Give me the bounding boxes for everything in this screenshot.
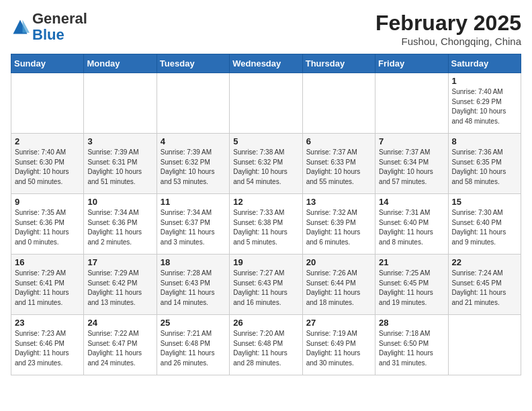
logo-icon [11,17,30,36]
calendar-cell [448,315,521,375]
month-year-title: February 2025 [375,11,521,36]
week-row-5: 23Sunrise: 7:23 AM Sunset: 6:46 PM Dayli… [11,315,521,375]
day-number: 4 [161,136,226,146]
day-number: 8 [452,136,517,146]
logo: General Blue [11,11,87,43]
weekday-header-saturday: Saturday [448,54,521,73]
calendar-cell: 20Sunrise: 7:26 AM Sunset: 6:44 PM Dayli… [302,255,375,315]
day-number: 12 [233,197,298,207]
day-info: Sunrise: 7:33 AM Sunset: 6:38 PM Dayligh… [233,208,298,247]
day-number: 5 [233,136,298,146]
weekday-header-friday: Friday [375,54,448,73]
calendar-cell: 24Sunrise: 7:22 AM Sunset: 6:47 PM Dayli… [84,315,157,375]
weekday-header-tuesday: Tuesday [157,54,229,73]
day-number: 6 [306,136,371,146]
calendar-cell: 1Sunrise: 7:40 AM Sunset: 6:29 PM Daylig… [448,73,521,134]
day-number: 25 [161,318,226,328]
weekday-header-thursday: Thursday [302,54,375,73]
calendar-cell: 23Sunrise: 7:23 AM Sunset: 6:46 PM Dayli… [11,315,84,375]
day-number: 24 [87,318,152,328]
day-number: 27 [306,318,371,328]
calendar-cell: 3Sunrise: 7:39 AM Sunset: 6:31 PM Daylig… [84,134,157,194]
calendar-cell: 17Sunrise: 7:29 AM Sunset: 6:42 PM Dayli… [84,255,157,315]
day-info: Sunrise: 7:35 AM Sunset: 6:36 PM Dayligh… [15,208,80,247]
calendar-cell: 5Sunrise: 7:38 AM Sunset: 6:32 PM Daylig… [230,134,302,194]
day-info: Sunrise: 7:25 AM Sunset: 6:45 PM Dayligh… [379,269,444,308]
day-info: Sunrise: 7:21 AM Sunset: 6:48 PM Dayligh… [161,329,226,368]
day-number: 9 [15,197,80,207]
day-number: 15 [452,197,517,207]
day-number: 28 [379,318,444,328]
calendar-cell: 4Sunrise: 7:39 AM Sunset: 6:32 PM Daylig… [157,134,229,194]
day-number: 1 [452,76,517,86]
svg-marker-1 [23,20,30,33]
day-number: 19 [233,257,298,267]
calendar-cell: 27Sunrise: 7:19 AM Sunset: 6:49 PM Dayli… [302,315,375,375]
day-number: 26 [233,318,298,328]
calendar-cell: 10Sunrise: 7:34 AM Sunset: 6:36 PM Dayli… [84,194,157,255]
calendar-cell: 12Sunrise: 7:33 AM Sunset: 6:38 PM Dayli… [230,194,302,255]
day-info: Sunrise: 7:30 AM Sunset: 6:40 PM Dayligh… [452,208,517,247]
calendar-cell: 2Sunrise: 7:40 AM Sunset: 6:30 PM Daylig… [11,134,84,194]
day-info: Sunrise: 7:28 AM Sunset: 6:43 PM Dayligh… [161,269,226,308]
calendar-cell: 8Sunrise: 7:36 AM Sunset: 6:35 PM Daylig… [448,134,521,194]
day-info: Sunrise: 7:37 AM Sunset: 6:33 PM Dayligh… [306,148,371,187]
day-number: 18 [161,257,226,267]
calendar-table: SundayMondayTuesdayWednesdayThursdayFrid… [11,54,521,375]
day-info: Sunrise: 7:29 AM Sunset: 6:42 PM Dayligh… [87,269,152,308]
weekday-header-sunday: Sunday [11,54,84,73]
day-info: Sunrise: 7:36 AM Sunset: 6:35 PM Dayligh… [452,148,517,187]
day-number: 3 [87,136,152,146]
weekday-header-row: SundayMondayTuesdayWednesdayThursdayFrid… [11,54,521,73]
calendar-cell: 15Sunrise: 7:30 AM Sunset: 6:40 PM Dayli… [448,194,521,255]
logo-general-text: General [32,10,87,27]
day-info: Sunrise: 7:34 AM Sunset: 6:36 PM Dayligh… [87,208,152,247]
calendar-cell [157,73,229,134]
calendar-cell [230,73,302,134]
day-number: 13 [306,197,371,207]
weekday-header-monday: Monday [84,54,157,73]
day-number: 16 [15,257,80,267]
day-number: 23 [15,318,80,328]
week-row-1: 1Sunrise: 7:40 AM Sunset: 6:29 PM Daylig… [11,73,521,134]
day-number: 14 [379,197,444,207]
day-info: Sunrise: 7:22 AM Sunset: 6:47 PM Dayligh… [87,329,152,368]
calendar-cell: 18Sunrise: 7:28 AM Sunset: 6:43 PM Dayli… [157,255,229,315]
day-info: Sunrise: 7:20 AM Sunset: 6:48 PM Dayligh… [233,329,298,368]
day-number: 22 [452,257,517,267]
calendar-cell: 22Sunrise: 7:24 AM Sunset: 6:45 PM Dayli… [448,255,521,315]
calendar-cell: 7Sunrise: 7:37 AM Sunset: 6:34 PM Daylig… [375,134,448,194]
day-info: Sunrise: 7:40 AM Sunset: 6:29 PM Dayligh… [452,87,517,126]
calendar-cell: 9Sunrise: 7:35 AM Sunset: 6:36 PM Daylig… [11,194,84,255]
calendar-cell [302,73,375,134]
day-number: 7 [379,136,444,146]
calendar-cell: 26Sunrise: 7:20 AM Sunset: 6:48 PM Dayli… [230,315,302,375]
day-info: Sunrise: 7:32 AM Sunset: 6:39 PM Dayligh… [306,208,371,247]
day-info: Sunrise: 7:31 AM Sunset: 6:40 PM Dayligh… [379,208,444,247]
calendar-cell: 6Sunrise: 7:37 AM Sunset: 6:33 PM Daylig… [302,134,375,194]
calendar-cell [11,73,84,134]
day-info: Sunrise: 7:37 AM Sunset: 6:34 PM Dayligh… [379,148,444,187]
day-info: Sunrise: 7:18 AM Sunset: 6:50 PM Dayligh… [379,329,444,368]
calendar-cell: 25Sunrise: 7:21 AM Sunset: 6:48 PM Dayli… [157,315,229,375]
day-info: Sunrise: 7:19 AM Sunset: 6:49 PM Dayligh… [306,329,371,368]
calendar-cell [375,73,448,134]
weekday-header-wednesday: Wednesday [230,54,302,73]
day-info: Sunrise: 7:24 AM Sunset: 6:45 PM Dayligh… [452,269,517,308]
calendar-cell: 21Sunrise: 7:25 AM Sunset: 6:45 PM Dayli… [375,255,448,315]
week-row-2: 2Sunrise: 7:40 AM Sunset: 6:30 PM Daylig… [11,134,521,194]
day-number: 11 [161,197,226,207]
logo-blue-text: Blue [32,26,64,43]
day-number: 2 [15,136,80,146]
calendar-cell: 28Sunrise: 7:18 AM Sunset: 6:50 PM Dayli… [375,315,448,375]
day-info: Sunrise: 7:26 AM Sunset: 6:44 PM Dayligh… [306,269,371,308]
calendar-cell: 14Sunrise: 7:31 AM Sunset: 6:40 PM Dayli… [375,194,448,255]
day-info: Sunrise: 7:34 AM Sunset: 6:37 PM Dayligh… [161,208,226,247]
day-number: 21 [379,257,444,267]
day-info: Sunrise: 7:39 AM Sunset: 6:31 PM Dayligh… [87,148,152,187]
day-info: Sunrise: 7:29 AM Sunset: 6:41 PM Dayligh… [15,269,80,308]
calendar-cell [84,73,157,134]
day-info: Sunrise: 7:39 AM Sunset: 6:32 PM Dayligh… [161,148,226,187]
day-info: Sunrise: 7:38 AM Sunset: 6:32 PM Dayligh… [233,148,298,187]
title-block: February 2025 Fushou, Chongqing, China [375,11,521,47]
